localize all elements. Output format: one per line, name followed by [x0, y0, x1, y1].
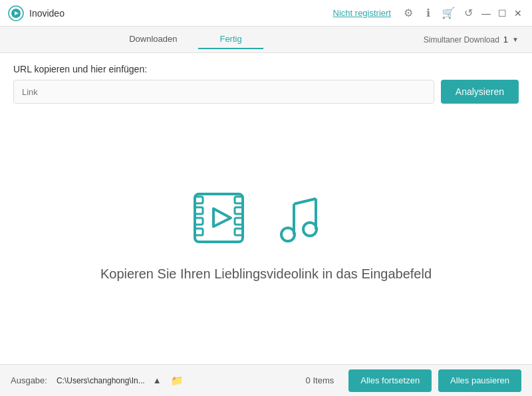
empty-icons	[190, 187, 342, 250]
main-content: URL kopieren und hier einfügen: Analysie…	[0, 53, 532, 364]
tab-downloaden[interactable]: Downloaden	[108, 30, 198, 49]
tabs: Downloaden Fertig	[79, 30, 292, 49]
url-section: URL kopieren und hier einfügen: Analysie…	[13, 64, 519, 104]
window-controls: — ☐ ✕	[480, 7, 524, 19]
empty-state: Kopieren Sie Ihren Lieblingsvideolink in…	[13, 112, 519, 357]
tab-fertig[interactable]: Fertig	[198, 30, 263, 49]
app-logo	[8, 5, 24, 21]
music-icon	[276, 189, 342, 249]
empty-text: Kopieren Sie Ihren Lieblingsvideolink in…	[100, 266, 432, 282]
refresh-icon[interactable]: ↺	[462, 7, 475, 20]
folder-open-icon[interactable]: 📁	[171, 375, 184, 387]
register-link[interactable]: Nicht registriert	[333, 8, 391, 18]
cart-icon[interactable]: 🛒	[442, 7, 455, 20]
output-path: C:\Users\changhong\In...	[57, 376, 145, 385]
pause-all-button[interactable]: Alles pausieren	[438, 369, 521, 392]
simultaneous-download: Simultaner Download 1 ▼	[424, 35, 519, 45]
url-label: URL kopieren und hier einfügen:	[13, 64, 519, 74]
bottom-bar: Ausgabe: C:\Users\changhong\In... ▲ 📁 0 …	[0, 364, 532, 396]
path-up-icon[interactable]: ▲	[153, 375, 162, 385]
tab-bar: Downloaden Fertig Simultaner Download 1 …	[0, 27, 532, 53]
url-input[interactable]	[13, 80, 434, 104]
toolbar-icons: ⚙ ℹ 🛒 ↺	[402, 7, 475, 20]
close-button[interactable]: ✕	[512, 7, 524, 19]
svg-marker-12	[213, 209, 231, 227]
svg-line-15	[294, 199, 316, 204]
analyze-button[interactable]: Analysieren	[441, 80, 519, 104]
continue-all-button[interactable]: Alles fortsetzen	[348, 369, 432, 392]
title-bar: Inovideo Nicht registriert ⚙ ℹ 🛒 ↺ — ☐ ✕	[0, 0, 532, 27]
simultaneous-dropdown-arrow[interactable]: ▼	[512, 36, 519, 43]
settings-icon[interactable]: ⚙	[402, 7, 415, 20]
app-name: Inovideo	[29, 8, 333, 19]
maximize-button[interactable]: ☐	[496, 7, 508, 19]
simultaneous-count: 1	[503, 35, 508, 45]
video-icon	[190, 187, 263, 250]
output-label: Ausgabe:	[11, 375, 47, 385]
info-icon[interactable]: ℹ	[422, 7, 435, 20]
simultaneous-label: Simultaner Download	[424, 35, 499, 45]
minimize-button[interactable]: —	[480, 7, 492, 19]
url-input-row: Analysieren	[13, 80, 519, 104]
items-count: 0 Items	[306, 375, 334, 385]
